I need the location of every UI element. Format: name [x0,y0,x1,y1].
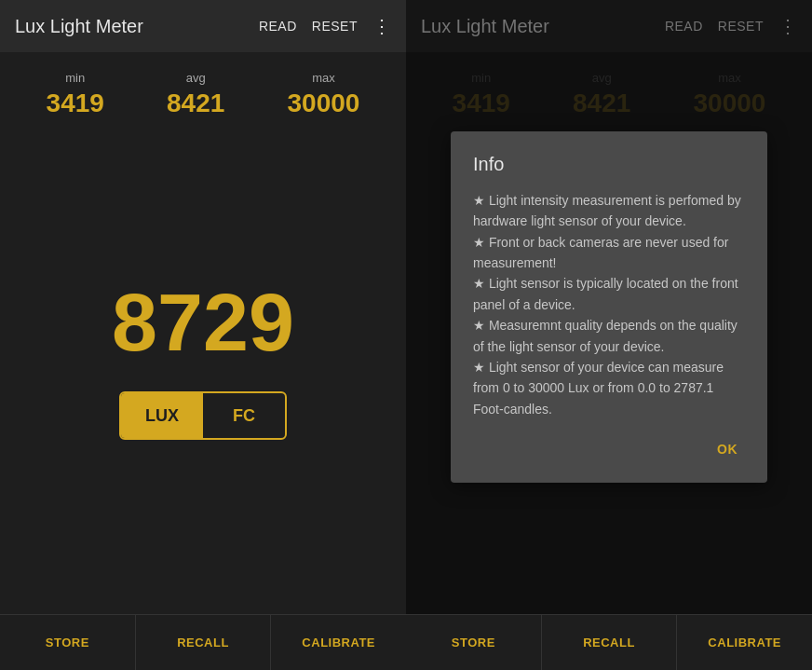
right-panel: Lux Light Meter READ RESET ⋮ min 3419 av… [406,0,812,670]
dialog-overlay: Info ★ Light intensity measurement is pe… [406,0,812,614]
left-header: Lux Light Meter READ RESET ⋮ [0,0,406,52]
left-panel: Lux Light Meter READ RESET ⋮ min 3419 av… [0,0,406,670]
app-title-left: Lux Light Meter [15,16,143,37]
avg-value: 8421 [167,89,224,118]
dialog-title: Info [473,154,745,175]
recall-button-right[interactable]: RECALL [542,615,678,670]
main-lux-value: 8729 [112,281,294,363]
max-label: max [312,71,335,85]
min-label: min [65,71,85,85]
metrics-row-left: min 3419 avg 8421 max 30000 [0,52,406,126]
dialog-footer: OK [473,438,745,460]
unit-toggle[interactable]: LUX FC [119,391,287,440]
fc-toggle-option[interactable]: FC [203,393,285,438]
dialog-ok-button[interactable]: OK [710,438,745,460]
min-metric: min 3419 [47,71,104,118]
avg-metric: avg 8421 [167,71,224,118]
calibrate-button-right[interactable]: CALIBRATE [677,615,812,670]
main-reading-area: 8729 LUX FC [0,126,406,614]
more-button-left[interactable]: ⋮ [372,17,391,35]
info-dialog: Info ★ Light intensity measurement is pe… [451,131,767,483]
bottom-bar-left: STORE RECALL CALIBRATE [0,614,406,670]
header-actions-left: READ RESET ⋮ [259,17,391,35]
min-value: 3419 [47,89,104,118]
dialog-body: ★ Light intensity measurement is perfome… [473,190,745,419]
store-button-left[interactable]: STORE [0,615,136,670]
max-value: 30000 [288,89,360,118]
avg-label: avg [186,71,206,85]
recall-button-left[interactable]: RECALL [136,615,272,670]
store-button-right[interactable]: STORE [406,615,542,670]
bottom-bar-right: STORE RECALL CALIBRATE [406,614,812,670]
read-button-left[interactable]: READ [259,19,297,34]
calibrate-button-left[interactable]: CALIBRATE [271,615,406,670]
lux-toggle-option[interactable]: LUX [121,393,203,438]
reset-button-left[interactable]: RESET [312,19,358,34]
max-metric: max 30000 [288,71,360,118]
